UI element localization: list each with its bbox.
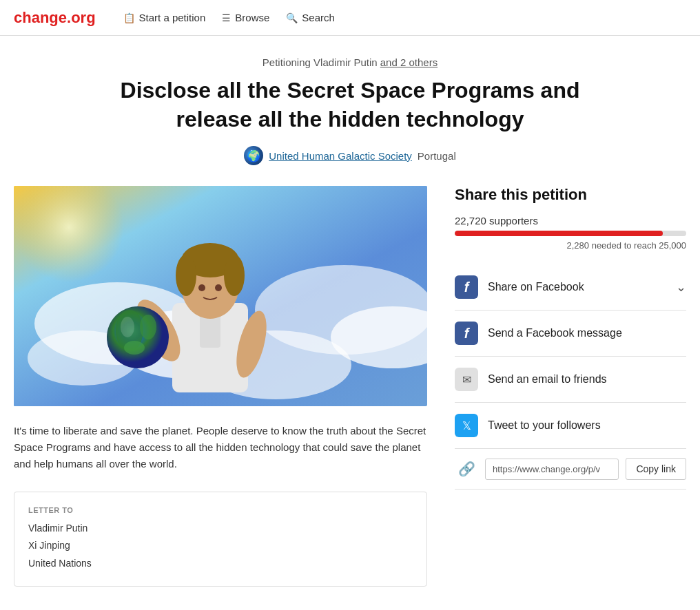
author-globe-icon: 🌍 <box>244 146 263 165</box>
left-column: It's time to liberate and save the plane… <box>14 186 427 587</box>
share-facebook-option[interactable]: f Share on Facebook ⌄ <box>455 264 686 311</box>
author-line: 🌍 United Human Galactic Society Portugal <box>14 146 686 165</box>
search-icon: 🔍 <box>286 12 298 23</box>
browse-icon: ☰ <box>222 12 231 23</box>
recipient-1: Vladimir Putin <box>28 520 413 537</box>
svg-point-14 <box>198 284 205 291</box>
browse-link[interactable]: ☰ Browse <box>222 12 269 23</box>
letter-recipients: Vladimir Putin Xi Jinping United Nations <box>28 520 413 572</box>
petitioning-line: Petitioning Vladimir Putin and 2 others <box>14 56 686 68</box>
petition-title: Disclose all the Secret Space Programs a… <box>102 76 598 134</box>
tweet-label: Tweet to your followers <box>488 419 686 432</box>
search-link[interactable]: 🔍 Search <box>286 12 335 23</box>
facebook-message-icon: f <box>455 322 478 345</box>
email-icon: ✉ <box>455 368 478 391</box>
copy-link-row: 🔗 Copy link <box>455 449 686 490</box>
svg-point-13 <box>224 255 245 296</box>
petition-header: Petitioning Vladimir Putin and 2 others … <box>14 56 686 165</box>
svg-point-15 <box>215 284 222 291</box>
tweet-option[interactable]: 𝕏 Tweet to your followers <box>455 403 686 449</box>
svg-point-12 <box>176 255 196 296</box>
petitioning-prefix: Petitioning Vladimir Putin <box>262 56 380 68</box>
petition-icon: 📋 <box>123 12 135 23</box>
share-title: Share this petition <box>455 186 686 204</box>
petition-image <box>14 186 427 406</box>
letter-box: LETTER TO Vladimir Putin Xi Jinping Unit… <box>14 492 427 587</box>
browse-label: Browse <box>235 12 269 23</box>
start-petition-link[interactable]: 📋 Start a petition <box>123 12 206 23</box>
send-facebook-message-label: Send a Facebook message <box>488 327 686 339</box>
progress-bar-fill <box>455 231 663 236</box>
svg-point-21 <box>124 341 145 355</box>
facebook-icon: f <box>455 275 478 299</box>
author-location: Portugal <box>418 150 456 162</box>
send-facebook-message-option[interactable]: f Send a Facebook message <box>455 311 686 357</box>
search-label: Search <box>302 12 335 23</box>
main-nav: 📋 Start a petition ☰ Browse 🔍 Search <box>123 12 335 23</box>
supporters-count: 22,720 supporters <box>455 215 686 227</box>
recipient-3: United Nations <box>28 555 413 572</box>
copy-link-button[interactable]: Copy link <box>626 458 686 480</box>
author-name-link[interactable]: United Human Galactic Society <box>269 150 412 162</box>
main-header: change.org 📋 Start a petition ☰ Browse 🔍… <box>0 0 700 36</box>
progress-label: 2,280 needed to reach 25,000 <box>455 240 686 251</box>
chevron-down-icon: ⌄ <box>676 280 686 295</box>
start-petition-label: Start a petition <box>139 12 206 23</box>
copy-link-input[interactable] <box>485 459 619 480</box>
petition-image-svg <box>14 186 427 406</box>
send-email-label: Send an email to friends <box>488 373 686 386</box>
send-email-option[interactable]: ✉ Send an email to friends <box>455 357 686 403</box>
link-icon: 🔗 <box>455 457 478 481</box>
progress-bar-container <box>455 231 686 236</box>
svg-point-22 <box>121 317 134 337</box>
recipient-2: Xi Jinping <box>28 537 413 554</box>
letter-to-label: LETTER TO <box>28 506 413 514</box>
site-logo[interactable]: change.org <box>14 9 96 27</box>
right-column: Share this petition 22,720 supporters 2,… <box>455 186 686 490</box>
share-facebook-label: Share on Facebook <box>488 281 666 293</box>
content-grid: It's time to liberate and save the plane… <box>14 186 686 587</box>
main-content: Petitioning Vladimir Putin and 2 others … <box>0 36 700 607</box>
petitioning-link[interactable]: and 2 others <box>380 56 438 68</box>
twitter-icon: 𝕏 <box>455 414 478 437</box>
svg-point-20 <box>140 315 156 339</box>
petition-description: It's time to liberate and save the plane… <box>14 423 427 472</box>
